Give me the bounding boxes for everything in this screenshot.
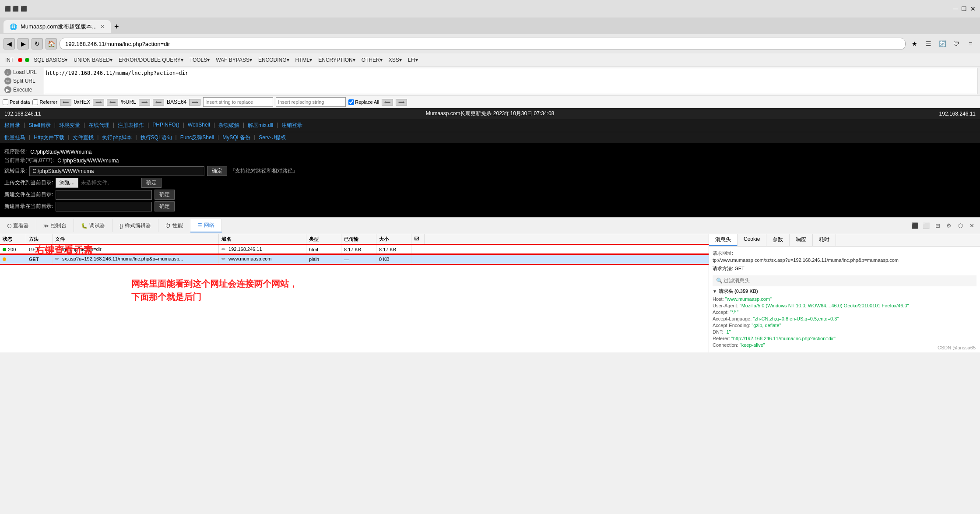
post-data-checkbox[interactable] — [3, 99, 8, 105]
menu-encoding[interactable]: ENCODING▾ — [256, 56, 292, 64]
reload-button[interactable]: ↻ — [32, 38, 43, 49]
network-row-2[interactable]: GET ✏ sx.asp?u=192.168.246.11/muma/lnc.p… — [0, 254, 709, 264]
menu-encryption[interactable]: ENCRYPTION▾ — [316, 56, 358, 64]
new-tab-button[interactable]: + — [111, 21, 123, 33]
hackbar-int[interactable]: INT — [3, 56, 16, 64]
expand-icon[interactable]: ⬡ — [955, 221, 965, 231]
nav-batch-horse[interactable]: 批量挂马 — [4, 134, 25, 141]
hex-right-arrow[interactable]: ⟹ — [93, 99, 104, 106]
browse-button[interactable]: 浏览... — [56, 178, 78, 188]
right-tab-timing[interactable]: 耗时 — [813, 234, 836, 246]
nav-env[interactable]: 环境变量 — [59, 122, 80, 129]
nav-misc[interactable]: 杂项破解 — [218, 122, 239, 129]
replace-left-arrow[interactable]: ⟸ — [382, 99, 393, 106]
forward-button[interactable]: ▶ — [18, 38, 29, 49]
upload-confirm-button[interactable]: 确定 — [141, 178, 162, 188]
back-button[interactable]: ◀ — [4, 38, 15, 49]
settings-icon[interactable]: ⚙ — [944, 221, 954, 231]
header-row: Accept: "*/*" — [713, 310, 976, 315]
execute-button[interactable]: ▶ Execute — [3, 85, 42, 94]
tab-close-button[interactable]: ✕ — [100, 24, 105, 30]
replace-all-checkbox[interactable] — [348, 99, 354, 105]
nav-webshell[interactable]: WebShell — [188, 122, 210, 129]
tab-console[interactable]: ≫ 控制台 — [36, 219, 74, 232]
percent-left-arrow[interactable]: ⟸ — [107, 99, 118, 106]
right-tab-response[interactable]: 响应 — [790, 234, 813, 246]
base64-left-arrow[interactable]: ⟸ — [153, 99, 164, 106]
devtools-close-icon[interactable]: ✕ — [967, 221, 976, 231]
nav-mysql-backup[interactable]: MySQL备份 — [222, 134, 250, 141]
menu-waf-bypass[interactable]: WAF BYPASS▾ — [213, 56, 255, 64]
nav-root[interactable]: 根目录 — [4, 122, 20, 129]
nav-serv-u[interactable]: Serv-U提权 — [259, 134, 285, 141]
dock-icon[interactable]: ⬛ — [910, 221, 920, 231]
nav-extract[interactable]: 解压mix.dll — [248, 122, 273, 129]
nav-http-download[interactable]: Http文件下载 — [34, 134, 64, 141]
menu-union-based[interactable]: UNION BASED▾ — [71, 56, 115, 64]
filter-input[interactable] — [723, 277, 790, 285]
referrer-option[interactable]: Referrer — [32, 99, 57, 105]
url-textarea[interactable]: http://192.168.246.11/muma/lnc.php?actio… — [44, 68, 977, 94]
refresh-icon[interactable]: 🔄 — [936, 38, 948, 50]
jump-input[interactable]: C:/phpStudy/WWW/muma — [29, 166, 204, 176]
jump-confirm-button[interactable]: 确定 — [207, 166, 227, 176]
new-file-confirm-button[interactable]: 确定 — [155, 190, 175, 200]
minimize-button[interactable]: ─ — [953, 5, 958, 12]
nav-proxy[interactable]: 在线代理 — [88, 122, 109, 129]
replace-right-arrow[interactable]: ⟹ — [396, 99, 407, 106]
maximize-button[interactable]: ☐ — [961, 5, 967, 12]
load-url-button[interactable]: ↓ Load URL — [3, 68, 42, 77]
undock-icon[interactable]: ⬜ — [921, 221, 931, 231]
tab-debugger[interactable]: 🐛 调试器 — [74, 219, 112, 232]
insert-replacing-input[interactable] — [276, 97, 346, 107]
right-tab-params[interactable]: 参数 — [766, 234, 790, 246]
nav-shell-dir[interactable]: Shell目录 — [28, 122, 51, 129]
percent-right-arrow[interactable]: ⟹ — [139, 99, 150, 106]
referrer-checkbox[interactable] — [32, 99, 38, 105]
reader-view-icon[interactable]: ☰ — [922, 38, 934, 50]
network-row-1[interactable]: 200 GET ✏ lnc.php?action=dir ✏ 192.168.2… — [0, 245, 709, 254]
nav-exec-sql[interactable]: 执行SQL语句 — [141, 134, 172, 141]
bookmark-icon[interactable]: ★ — [908, 38, 920, 50]
close-button[interactable]: ✕ — [970, 5, 976, 12]
menu-error-double-query[interactable]: ERROR/DOUBLE QUERY▾ — [116, 56, 186, 64]
split-icon[interactable]: ⊟ — [933, 221, 942, 231]
right-tab-headers[interactable]: 消息头 — [709, 234, 738, 246]
nav-file-search[interactable]: 文件查找 — [73, 134, 94, 141]
menu-xss[interactable]: XSS▾ — [386, 56, 404, 64]
tab-inspector[interactable]: ⬡ 查看器 — [0, 219, 36, 232]
split-url-button[interactable]: ✂ Split URL — [3, 77, 42, 85]
base64-right-arrow[interactable]: ⟹ — [189, 99, 200, 106]
nav-reg[interactable]: 注册表操作 — [118, 122, 144, 129]
new-dir-confirm-button[interactable]: 确定 — [155, 201, 175, 211]
post-data-option[interactable]: Post data — [3, 99, 30, 105]
new-file-input[interactable] — [56, 190, 152, 200]
tab-network[interactable]: ☰ 网络 — [190, 219, 222, 232]
header-val: "Mozilla/5.0 (Windows NT 10.0; WOW64...:… — [740, 303, 909, 308]
menu-tools[interactable]: TOOLS▾ — [187, 56, 212, 64]
shield-icon[interactable]: 🛡 — [950, 38, 962, 50]
menu-html[interactable]: HTML▾ — [293, 56, 315, 64]
replace-all-option[interactable]: Replace All — [348, 99, 379, 105]
nav-logout[interactable]: 注销登录 — [281, 122, 302, 129]
browser-tab[interactable]: 🌐 Mumaasp.com发布超强版本... ✕ — [4, 20, 111, 33]
insert-string-input[interactable] — [203, 97, 273, 107]
home-button[interactable]: 🏠 — [46, 38, 57, 49]
tab-performance[interactable]: ⏱ 性能 — [158, 219, 190, 232]
right-tab-cookies[interactable]: Cookie — [738, 234, 766, 246]
address-input[interactable] — [60, 38, 906, 50]
menu-icon[interactable]: ≡ — [964, 38, 976, 50]
req-headers-section[interactable]: ▼ 请求头 (0.359 KB) — [713, 286, 976, 296]
new-dir-label: 新建目录在当前目录: — [4, 203, 53, 210]
menu-lfi[interactable]: LFI▾ — [405, 56, 421, 64]
menu-sql-basics[interactable]: SQL BASICS▾ — [31, 56, 70, 64]
shell-header: 192.168.246.11 Mumaasp.com长期更新免杀 2023年10… — [0, 108, 980, 119]
nav-reverse-shell[interactable]: Func反弹Shell — [180, 134, 214, 141]
new-dir-input[interactable] — [56, 202, 152, 211]
tab-style-editor[interactable]: {} 样式编辑器 — [112, 219, 158, 232]
nav-exec-php[interactable]: 执行php脚本 — [102, 134, 132, 141]
prog-path-value: C:/phpStudy/WWW/muma — [30, 149, 91, 155]
hex-left-arrow[interactable]: ⟸ — [60, 99, 71, 106]
nav-phpinfo[interactable]: PHPINFO() — [152, 122, 179, 129]
menu-other[interactable]: OTHER▾ — [359, 56, 385, 64]
